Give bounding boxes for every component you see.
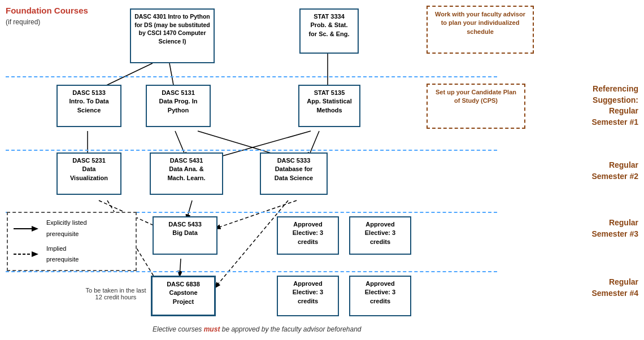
section-sem2: Regular Semester #2: [565, 160, 638, 182]
elective-sem4-b: Approved Elective: 3 credits: [349, 276, 411, 316]
foundation-label: Foundation Courses: [6, 6, 88, 15]
divider-4: [6, 271, 497, 272]
elective-sem4-a: Approved Elective: 3 credits: [277, 276, 339, 316]
course-dasc5231: DASC 5231 Data Visualization: [56, 152, 121, 195]
section-sem3: Regular Semester #3: [565, 217, 638, 239]
legend-explicit: Explicitly listed prerequisite: [46, 217, 87, 240]
course-dasc5433: DASC 5433 Big Data: [153, 216, 217, 255]
divider-1: [6, 76, 497, 77]
elective-sem3-b: Approved Elective: 3 credits: [349, 216, 411, 255]
section-ref-sem1: Referencing Suggestion: Regular Semester…: [554, 84, 638, 128]
course-dasc6838: DASC 6838 Capstone Project: [151, 276, 216, 316]
course-dasc5131: DASC 5131 Data Prog. In Python: [146, 85, 211, 127]
svg-line-11: [180, 259, 181, 277]
divider-2: [6, 150, 497, 151]
section-sem4: Regular Semester #4: [565, 277, 638, 299]
legend-implied: Implied prerequisite: [46, 243, 79, 266]
advisory-top: Work with your faculty advisor to plan y…: [427, 6, 534, 54]
advisory-cps: Set up your Candidate Plan of Study (CPS…: [427, 84, 525, 129]
footer-text: Elective courses must be approved by the…: [153, 325, 362, 333]
course-stat3334: STAT 3334 Prob. & Stat. for Sc. & Eng.: [299, 8, 359, 54]
course-dasc4301: DASC 4301 Intro to Python for DS (may be…: [130, 8, 215, 63]
elective-sem3-a: Approved Elective: 3 credits: [277, 216, 339, 255]
foundation-sub: (if required): [6, 18, 40, 26]
course-dasc5333: DASC 5333 Database for Data Science: [260, 152, 328, 195]
capstone-note: To be taken in the last 12 credit hours: [79, 287, 153, 300]
diagram-container: Foundation Courses (if required) Referen…: [0, 0, 644, 340]
course-dasc5133: DASC 5133 Intro. To Data Science: [56, 85, 121, 127]
course-stat5135: STAT 5135 App. Statistical Methods: [298, 85, 360, 127]
legend-box: Explicitly listed prerequisite Implied p…: [7, 212, 137, 271]
course-dasc5431: DASC 5431 Data Ana. & Mach. Learn.: [150, 152, 223, 195]
